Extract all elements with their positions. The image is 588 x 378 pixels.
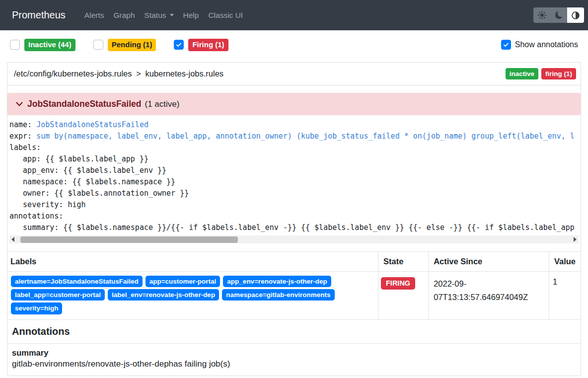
alert-accordion-header[interactable]: JobStandaloneStatusFailed (1 active): [7, 93, 581, 115]
filter-checkbox-pending-1[interactable]: [93, 40, 103, 50]
alert-row: alertname=JobStandaloneStatusFailedapp=c…: [7, 272, 581, 320]
code-value: sum by(namespace, label_env, label_app, …: [36, 132, 575, 141]
code-line: annotations:: [9, 211, 581, 222]
rule-file-header: /etc/config/kubernetes-jobs.rules > kube…: [7, 63, 581, 86]
code-key: app: {{ $labels.label_app }}: [9, 154, 148, 163]
rule-group-name: kubernetes-jobs.rules: [145, 69, 223, 78]
sun-icon: [538, 11, 546, 19]
show-annotations-toggle[interactable]: Show annotations: [501, 40, 578, 50]
code-key: summary: {{ $labels.namespace }}/{{- if …: [9, 223, 575, 232]
rule-file-path-text: /etc/config/kubernetes-jobs.rules: [14, 69, 132, 78]
rule-group-card: /etc/config/kubernetes-jobs.rules > kube…: [7, 62, 581, 376]
rule-file-badge-firing-1: firing (1): [541, 68, 576, 80]
code-line: name: JobStandaloneStatusFailed: [9, 119, 581, 131]
navbar-links: AlertsGraphStatusHelpClassic UI: [84, 11, 252, 20]
rule-file-separator: >: [136, 69, 141, 78]
scrollbar-thumb[interactable]: [20, 236, 238, 243]
nav-item-classic-ui[interactable]: Classic UI: [208, 11, 243, 20]
code-key: severity: high: [9, 200, 86, 209]
code-key: labels:: [9, 143, 41, 152]
filter-checkbox-firing-1[interactable]: [174, 40, 184, 50]
label-badge-namespace: namespace=gitlab-environments: [222, 289, 334, 301]
annotations-title: Annotations: [7, 320, 581, 344]
code-line: owner: {{ $labels.annotation_owner }}: [9, 188, 581, 199]
filter-badge-inactive-44: Inactive (44): [24, 39, 75, 51]
auto-theme-icon: [572, 11, 580, 19]
filter-checkbox-inactive-44[interactable]: [10, 40, 20, 50]
filter-pending-1[interactable]: Pending (1): [93, 39, 156, 51]
filter-row: Inactive (44)Pending (1)Firing (1) Show …: [10, 39, 578, 51]
filter-badge-firing-1: Firing (1): [188, 39, 228, 51]
nav-item-status[interactable]: Status: [145, 11, 174, 20]
nav-item-alerts[interactable]: Alerts: [84, 11, 104, 20]
navbar: Prometheus AlertsGraphStatusHelpClassic …: [0, 0, 588, 30]
code-key: owner: {{ $labels.annotation_owner }}: [9, 189, 189, 198]
scroll-right-arrow-icon[interactable]: [572, 237, 579, 242]
column-header-labels: Labels: [7, 252, 378, 272]
alert-state-cell: FIRING: [378, 272, 429, 320]
alert-active-count: (1 active): [145, 99, 179, 109]
code-line: namespace: {{ $labels.namespace }}: [9, 176, 581, 188]
caret-down-icon: [170, 14, 174, 16]
alert-value-cell: 1: [549, 272, 581, 320]
rule-file-badge-inactive: inactive: [506, 68, 538, 80]
label-badge-severity: severity=high: [11, 302, 62, 314]
code-line: app: {{ $labels.label_app }}: [9, 153, 581, 165]
state-badge: FIRING: [381, 277, 415, 290]
filter-firing-1[interactable]: Firing (1): [174, 39, 228, 51]
theme-toggle-group: [533, 7, 584, 23]
code-line: expr: sum by(namespace, label_env, label…: [9, 131, 581, 142]
column-header-active-since: Active Since: [429, 252, 549, 272]
scroll-left-arrow-icon[interactable]: [9, 237, 16, 242]
annotation-item: summary gitlab-environments/renovate-js-…: [7, 344, 581, 376]
rule-definition: name: JobStandaloneStatusFailedexpr: sum…: [7, 115, 581, 234]
alerts-table-header-row: Labels State Active Since Value: [7, 252, 581, 272]
label-badge-label-app: label_app=customer-portal: [11, 289, 105, 301]
column-header-value: Value: [549, 252, 581, 272]
annotation-key: summary: [12, 348, 576, 358]
column-header-state: State: [378, 252, 429, 272]
filter-badge-pending-1: Pending (1): [108, 39, 156, 51]
horizontal-scrollbar[interactable]: [9, 235, 579, 243]
show-annotations-label: Show annotations: [515, 40, 578, 49]
code-line: summary: {{ $labels.namespace }}/{{- if …: [9, 222, 581, 233]
code-key: app_env: {{ $labels.label_env }}: [9, 166, 166, 175]
theme-light-button[interactable]: [533, 7, 550, 23]
show-annotations-checkbox[interactable]: [501, 40, 511, 50]
chevron-down-icon: [15, 100, 24, 108]
rule-file-path: /etc/config/kubernetes-jobs.rules > kube…: [14, 69, 223, 78]
label-badge-app: app=customer-portal: [146, 276, 220, 287]
annotation-value: gitlab-environments/renovate-js-other-de…: [12, 359, 576, 369]
code-line: app_env: {{ $labels.label_env }}: [9, 165, 581, 176]
nav-item-help[interactable]: Help: [183, 11, 199, 20]
alert-active-since-cell: 2022-09-07T13:13:57.646974049Z: [429, 272, 549, 320]
alert-labels-cell: alertname=JobStandaloneStatusFailedapp=c…: [7, 272, 378, 320]
code-value: JobStandaloneStatusFailed: [36, 120, 148, 129]
code-key: annotations:: [9, 212, 63, 221]
rule-file-badges: inactivefiring (1): [503, 68, 576, 80]
code-key: namespace: {{ $labels.namespace }}: [9, 177, 175, 186]
label-badge-app-env: app_env=renovate-js-other-dep: [223, 276, 331, 287]
code-key: expr:: [9, 132, 36, 141]
theme-auto-button[interactable]: [567, 7, 584, 23]
label-badge-alertname: alertname=JobStandaloneStatusFailed: [11, 276, 143, 287]
code-line: labels:: [9, 142, 581, 153]
moon-icon: [555, 11, 563, 19]
alert-labels-wrap: alertname=JobStandaloneStatusFailedapp=c…: [11, 276, 374, 314]
brand-link[interactable]: Prometheus: [12, 9, 66, 21]
code-line: severity: high: [9, 199, 581, 211]
theme-dark-button[interactable]: [550, 7, 567, 23]
nav-item-graph[interactable]: Graph: [113, 11, 135, 20]
alert-rule-name: JobStandaloneStatusFailed: [27, 99, 141, 109]
code-key: name:: [9, 120, 36, 129]
alert-filters: Inactive (44)Pending (1)Firing (1): [10, 39, 246, 51]
label-badge-label-env: label_env=renovate-js-other-dep: [108, 289, 219, 301]
scrollbar-track[interactable]: [16, 235, 572, 243]
filter-inactive-44[interactable]: Inactive (44): [10, 39, 75, 51]
alerts-table: Labels State Active Since Value alertnam…: [7, 251, 581, 320]
